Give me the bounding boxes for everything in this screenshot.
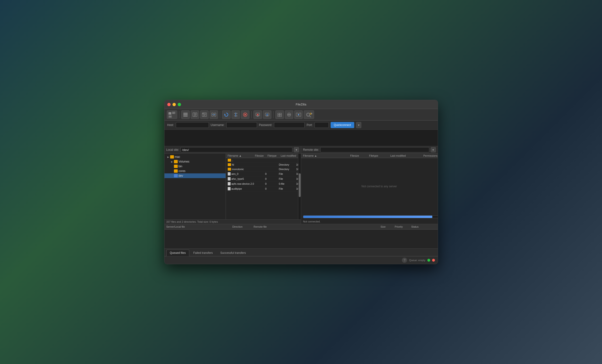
- tree-item-bin[interactable]: ▶ bin: [164, 164, 226, 169]
- tree-chevron-volumes: ▶: [170, 160, 174, 163]
- remote-filesize-col-header[interactable]: Filesize: [348, 154, 367, 157]
- svg-rect-6: [172, 113, 175, 113]
- tree-item-cores[interactable]: ▶ cores: [164, 169, 226, 173]
- reconnect-button[interactable]: [263, 110, 271, 119]
- local-file-header: Filename ▲ Filesize Filetype Last modifi…: [226, 154, 298, 158]
- tree-item-volumes[interactable]: ▶ Volumes: [164, 159, 226, 164]
- queue-col-direction: Direction: [231, 225, 252, 229]
- remote-filesize-label: Filesize: [350, 154, 359, 157]
- queued-files-tab[interactable]: Queued files: [166, 250, 189, 256]
- file-size-dotdot: [263, 160, 277, 161]
- status-dot-red: [432, 259, 435, 262]
- username-label: Username:: [211, 123, 225, 127]
- minimize-button[interactable]: [172, 103, 176, 106]
- transfer-queue-button[interactable]: [210, 110, 218, 119]
- toolbar-sep-2: [220, 111, 220, 118]
- remote-filename-col-header[interactable]: Filename ▲: [301, 154, 348, 157]
- dir-compare-button[interactable]: [294, 110, 303, 119]
- remote-permissions-col-header[interactable]: Permissions: [421, 154, 438, 157]
- successful-transfers-tab[interactable]: Successful transfers: [217, 250, 249, 256]
- file-row-fd[interactable]: fd Directory 10/11/23 17:23:59: [226, 162, 298, 167]
- site-manager-icon: [168, 111, 176, 118]
- file-size-aes0: 0: [263, 172, 277, 175]
- remote-filetype-col-header[interactable]: Filetype: [367, 154, 388, 157]
- file-name-aes0: aes_0: [232, 172, 239, 175]
- host-input[interactable]: [176, 122, 209, 128]
- local-path-input[interactable]: [181, 147, 292, 152]
- tree-item-mac[interactable]: ▶ mac: [164, 155, 226, 159]
- refresh-button[interactable]: [222, 110, 231, 119]
- local-lastmod-col-header[interactable]: Last modified: [279, 154, 298, 157]
- toolbar-sep-3: [251, 111, 252, 118]
- new-tab-icon: [277, 112, 282, 117]
- svg-rect-19: [195, 114, 196, 115]
- new-tab-button[interactable]: [275, 110, 284, 119]
- queue-col-remotefile: Remote file: [252, 225, 379, 229]
- remote-not-connected-msg: Not connected to any server: [362, 185, 397, 188]
- file-row-apfs[interactable]: apfs-raw-device.2.0 0 0-file 10/11/23 17…: [226, 182, 298, 186]
- svg-rect-11: [169, 116, 171, 117]
- local-filesize-col-header[interactable]: Filesize: [253, 154, 266, 157]
- svg-rect-1: [169, 113, 171, 113]
- file-mod-afsc: 10/11/23 17:23:59: [294, 177, 298, 181]
- toggle-message-log-button[interactable]: [181, 110, 190, 119]
- remote-lastmod-col-header[interactable]: Last modified: [388, 154, 421, 157]
- refresh-icon: [224, 112, 229, 117]
- remote-path-dropdown-button[interactable]: ▼: [431, 147, 436, 152]
- password-label: Password:: [259, 123, 272, 127]
- username-input[interactable]: [226, 122, 257, 128]
- queue-col-serverfile: Server/Local file: [164, 225, 231, 229]
- file-size-afsc: 0: [263, 177, 277, 181]
- svg-rect-3: [169, 114, 170, 114]
- search-remote-button[interactable]: [304, 110, 314, 119]
- disconnect-button[interactable]: [253, 110, 262, 119]
- site-manager-button[interactable]: [167, 110, 177, 119]
- file-icon-aes0: [228, 172, 231, 175]
- failed-transfers-tab[interactable]: Failed transfers: [190, 250, 216, 256]
- sync-browse-button[interactable]: [285, 110, 293, 119]
- toggle-filter-button[interactable]: [232, 110, 240, 119]
- svg-rect-18: [195, 113, 196, 114]
- file-row-afsc[interactable]: afsc_type5 0 File 10/11/23 17:23:59: [226, 176, 298, 182]
- toggle-local-tree-button[interactable]: [191, 110, 199, 119]
- local-scrollbar-thumb[interactable]: [299, 173, 301, 197]
- queued-files-tab-label: Queued files: [170, 251, 186, 255]
- password-input[interactable]: [274, 122, 305, 128]
- window-controls: [167, 103, 181, 106]
- help-button[interactable]: ?: [402, 257, 407, 263]
- tabs-bar: Queued files Failed transfers Successful…: [164, 249, 438, 256]
- port-input[interactable]: [315, 122, 329, 128]
- connection-bar: Host: Username: Password: Port: Quickcon…: [164, 120, 438, 130]
- toggle-remote-tree-button[interactable]: [200, 110, 209, 119]
- filename-sort-icon: ▲: [239, 154, 242, 157]
- local-filename-col-header[interactable]: Filename ▲: [226, 154, 253, 157]
- local-path-dropdown-button[interactable]: ▼: [294, 147, 299, 152]
- svg-rect-43: [280, 115, 281, 117]
- file-name-apfs: apfs-raw-device.2.0: [232, 182, 254, 185]
- local-filetype-col-header[interactable]: Filetype: [266, 154, 279, 157]
- file-mod-aes0: 10/11/23 17:24:00: [294, 172, 298, 175]
- remote-progress-fill: [303, 216, 432, 218]
- local-scrollbar[interactable]: [298, 154, 301, 219]
- tree-folder-mac: [170, 155, 174, 159]
- cancel-button[interactable]: [241, 110, 249, 119]
- quickconnect-button[interactable]: Quickconnect: [331, 122, 355, 128]
- local-directory-tree[interactable]: ▶ mac ▶ Volumes ▶ bin ▶: [164, 154, 226, 219]
- maximize-button[interactable]: [178, 103, 181, 106]
- filter-icon: [233, 112, 238, 117]
- close-button[interactable]: [167, 103, 171, 106]
- svg-rect-41: [280, 113, 281, 115]
- remote-path-input[interactable]: [320, 147, 429, 152]
- file-type-fd: Directory: [277, 163, 294, 166]
- tree-item-dev[interactable]: ▶ dev: [164, 173, 226, 178]
- queue-empty-area: [164, 230, 438, 248]
- file-row-auditpipe[interactable]: auditpipe 0 File 10/11/23 17:23:59: [226, 186, 298, 191]
- queue-col-size: Size: [379, 225, 393, 229]
- file-row-dotdot[interactable]: ..: [226, 158, 298, 162]
- svg-rect-46: [296, 113, 298, 116]
- file-row-aes0[interactable]: aes_0 0 File 10/11/23 17:24:00: [226, 171, 298, 176]
- file-row-monotonic[interactable]: monotonic Directory 10/11/23 17:23:59: [226, 167, 298, 171]
- quickconnect-dropdown-button[interactable]: ▼: [356, 122, 361, 128]
- local-site-label: Local site:: [166, 148, 179, 151]
- tree-folder-cores: [174, 169, 178, 173]
